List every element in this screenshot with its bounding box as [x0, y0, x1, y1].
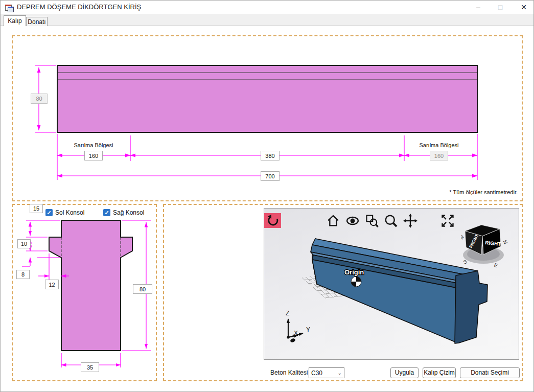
sol-konsol-label: Sol Konsol: [55, 209, 84, 216]
rotate-tool[interactable]: [264, 213, 281, 228]
magnifier-icon: [384, 214, 398, 228]
confinement-zone-label-left: Sarılma Bölgesi: [71, 142, 117, 148]
beam-height-input: [31, 94, 48, 104]
minimize-button[interactable]: –: [470, 1, 486, 14]
units-note: * Tüm ölçüler santimetredir.: [404, 189, 518, 195]
left-confinement-length-input[interactable]: [84, 151, 103, 160]
axis-y-label: Y: [306, 326, 310, 333]
chevron-down-icon: ⌄: [338, 370, 342, 376]
fit-view-tool[interactable]: [440, 214, 455, 228]
rotate-icon: [266, 214, 280, 227]
compass-n-label: N: [502, 239, 508, 245]
home-view-tool[interactable]: [326, 214, 340, 228]
concrete-grade-label: Beton Kalitesi :: [270, 369, 311, 376]
compass-w-label: W: [461, 234, 465, 241]
console-taper-input[interactable]: [16, 270, 30, 279]
origin-label: Origin: [344, 268, 364, 276]
right-confinement-length-input: [430, 151, 448, 160]
eye-icon: [345, 214, 360, 228]
concrete-grade-value: C30: [311, 370, 322, 377]
window-title: DEPREM DÖŞEME DİKDÖRTGEN KİRİŞ: [17, 1, 141, 14]
tab-kalip[interactable]: Kalıp: [4, 15, 26, 26]
tab-underline: [1, 26, 534, 26]
zoom-tool[interactable]: [384, 214, 398, 228]
confinement-zone-label-right: Sarılma Bölgesi: [416, 142, 462, 148]
close-button[interactable]: ✕: [516, 1, 532, 14]
zoom-window-tool[interactable]: [365, 214, 379, 228]
pan-tool[interactable]: [403, 214, 417, 228]
console-height-input[interactable]: [17, 239, 31, 248]
app-window: DEPREM DÖŞEME DİKDÖRTGEN KİRİŞ – □ ✕ Kal…: [0, 0, 534, 392]
expand-icon: [440, 214, 455, 228]
formwork-draw-button[interactable]: Kalıp Çizim: [423, 367, 456, 378]
rebar-select-button[interactable]: Donatı Seçimi: [460, 367, 520, 378]
app-icon: [5, 3, 13, 11]
compass-e-label: E: [493, 262, 499, 269]
tab-donati[interactable]: Donatı: [26, 17, 48, 26]
total-length-input[interactable]: [261, 171, 280, 181]
midspan-length-input[interactable]: [261, 151, 280, 160]
apply-button[interactable]: Uygula: [390, 367, 419, 378]
sag-konsol-checkbox[interactable]: ✓: [103, 209, 110, 216]
concrete-grade-select[interactable]: C30 ⌄: [309, 367, 344, 378]
viewport-3d[interactable]: Origin Z Y X: [264, 208, 519, 360]
web-width-input[interactable]: [81, 362, 99, 372]
title-bar: DEPREM DÖŞEME DİKDÖRTGEN KİRİŞ – □ ✕: [1, 1, 534, 14]
zoom-window-icon: [365, 214, 379, 228]
console-width-input[interactable]: [45, 280, 59, 289]
axis-x-label: X: [294, 330, 298, 337]
flange-thickness-input[interactable]: [30, 204, 43, 213]
home-icon: [326, 214, 340, 228]
tab-strip: [1, 14, 534, 26]
pan-icon: [403, 214, 417, 228]
axis-z-label: Z: [286, 310, 289, 317]
sol-konsol-checkbox[interactable]: ✓: [45, 209, 53, 216]
sag-konsol-label: Sağ Konsol: [113, 209, 144, 216]
view-cube[interactable]: W FRONT RIGHT S E N: [461, 223, 508, 270]
look-at-tool[interactable]: [345, 214, 360, 228]
section-height-input[interactable]: [133, 284, 152, 294]
maximize-button: □: [492, 1, 508, 14]
